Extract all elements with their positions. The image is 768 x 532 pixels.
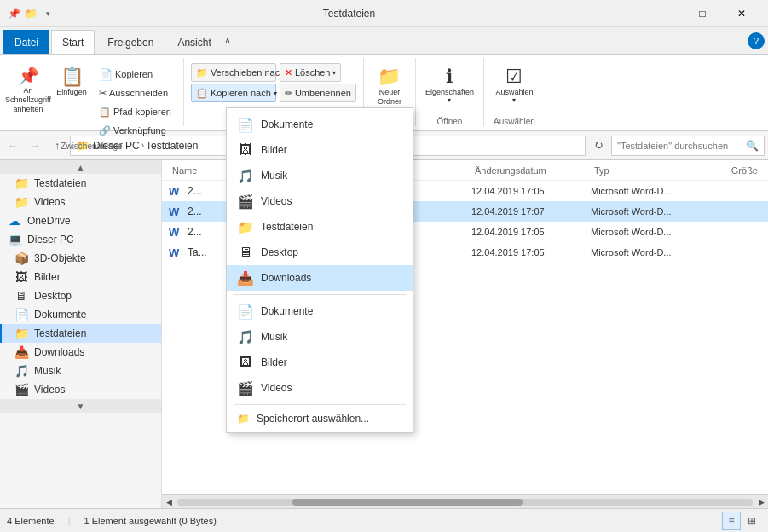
dropdown-bilder-icon: 🖼 bbox=[237, 142, 254, 159]
select-dropdown-arrow: ▾ bbox=[512, 96, 516, 104]
scroll-left-button[interactable]: ◀ bbox=[162, 495, 176, 509]
view-details-button[interactable]: ≡ bbox=[722, 512, 741, 530]
delete-button[interactable]: ✕ Löschen ▾ bbox=[280, 63, 342, 82]
new-buttons: 📁 NeuerOrdner bbox=[371, 58, 408, 115]
dropdown-downloads-icon: 📥 bbox=[237, 269, 254, 286]
rename-button[interactable]: ✏ Umbenennen bbox=[280, 84, 356, 102]
dropdown-item-musik2[interactable]: 🎵 Musik bbox=[227, 324, 413, 350]
status-bar: 4 Elemente | 1 Element ausgewählt (0 Byt… bbox=[0, 508, 768, 532]
new-folder-icon: 📁 bbox=[378, 66, 401, 88]
sidebar-item-desktop[interactable]: 🖥 Desktop bbox=[0, 286, 161, 305]
sidebar-item-bilder[interactable]: 🖼 Bilder bbox=[0, 268, 161, 286]
view-large-icons-button[interactable]: ⊞ bbox=[742, 512, 761, 530]
help-button[interactable]: ? bbox=[748, 32, 765, 49]
sidebar-scroll-up[interactable]: ▲ bbox=[0, 160, 161, 174]
status-separator: | bbox=[68, 516, 71, 526]
kopieren-nach-dropdown: 📄 Dokumente 🖼 Bilder 🎵 Musik 🎬 Videos 📁 … bbox=[226, 107, 413, 433]
scroll-track[interactable] bbox=[177, 499, 753, 506]
new-folder-button[interactable]: 📁 NeuerOrdner bbox=[371, 61, 408, 111]
sidebar-item-3d-objekte[interactable]: 📦 3D-Objekte bbox=[0, 249, 161, 268]
maximize-button[interactable]: □ bbox=[683, 0, 722, 27]
dropdown-musik-icon: 🎵 bbox=[237, 167, 254, 184]
path-icon: 📋 bbox=[99, 107, 111, 118]
search-icon[interactable]: 🔍 bbox=[746, 140, 759, 152]
folder-arrow-icon: ▾ bbox=[41, 7, 55, 20]
dropdown-item-bilder[interactable]: 🖼 Bilder bbox=[227, 137, 413, 163]
select-button[interactable]: ☑ Auswählen ▾ bbox=[491, 61, 538, 109]
folder-icon: 📁 bbox=[24, 7, 38, 20]
horizontal-scrollbar: ◀ ▶ bbox=[162, 494, 768, 508]
testdateien-icon: 📁 bbox=[14, 327, 29, 340]
ribbon-group-clipboard: 📌 An Schnellzugriffanheften 📋 Einfügen 📄… bbox=[0, 58, 184, 126]
paste-icon: 📋 bbox=[61, 66, 84, 88]
video-icon: 🎬 bbox=[14, 383, 29, 396]
window-title: Testdateien bbox=[55, 8, 644, 20]
rename-icon: ✏ bbox=[285, 88, 292, 99]
shortcut-icon: 🔗 bbox=[99, 125, 111, 136]
dropdown-item-bilder2[interactable]: 🖼 Bilder bbox=[227, 350, 413, 375]
sidebar-item-downloads[interactable]: 📥 Downloads bbox=[0, 343, 161, 361]
properties-button[interactable]: ℹ Eigenschaften ▾ bbox=[427, 61, 471, 109]
minimize-button[interactable]: — bbox=[644, 0, 683, 27]
copy-path-button[interactable]: 📋 Pfad kopieren bbox=[94, 102, 176, 121]
refresh-button[interactable]: ↻ bbox=[589, 136, 608, 155]
word-icon-3: W bbox=[169, 226, 184, 239]
dropdown-item-dokumente2[interactable]: 📄 Dokumente bbox=[227, 298, 413, 324]
dropdown-divider bbox=[234, 294, 406, 295]
sidebar-item-videos[interactable]: 📁 Videos bbox=[0, 193, 161, 211]
sidebar-item-dokumente[interactable]: 📄 Dokumente bbox=[0, 305, 161, 324]
dropdown-item-downloads[interactable]: 📥 Downloads bbox=[227, 265, 413, 291]
ribbon-group-open: ℹ Eigenschaften ▾ Öffnen bbox=[416, 58, 484, 126]
sidebar-item-videos2[interactable]: 🎬 Videos bbox=[0, 380, 161, 399]
sidebar-scroll-down[interactable]: ▼ bbox=[0, 399, 161, 413]
shortcut-button[interactable]: 🔗 Verknüpfung bbox=[94, 121, 176, 140]
select-label: Auswählen bbox=[491, 115, 538, 126]
sidebar-item-testdateien[interactable]: 📁 Testdateien bbox=[0, 174, 161, 193]
move-to-button[interactable]: 📁 Verschieben nach ▾ bbox=[191, 63, 276, 82]
pin-to-quickaccess-button[interactable]: 📌 An Schnellzugriffanheften bbox=[7, 61, 49, 108]
open-label: Öffnen bbox=[423, 115, 476, 126]
dropdown-testdateien-icon: 📁 bbox=[237, 218, 254, 235]
copy-dropdown-arrow: ▾ bbox=[274, 90, 277, 97]
dropdown-item-videos2[interactable]: 🎬 Videos bbox=[227, 375, 413, 401]
paste-button[interactable]: 📋 Einfügen bbox=[53, 61, 90, 108]
ribbon-collapse-chevron[interactable]: ∧ bbox=[224, 35, 231, 46]
dropdown-item-desktop[interactable]: 🖥 Desktop bbox=[227, 240, 413, 265]
onedrive-icon: ☁ bbox=[7, 214, 22, 228]
open-buttons: ℹ Eigenschaften ▾ bbox=[427, 58, 471, 115]
sidebar-item-musik[interactable]: 🎵 Musik bbox=[0, 361, 161, 380]
dropdown-item-videos[interactable]: 🎬 Videos bbox=[227, 188, 413, 214]
pc-icon: 💻 bbox=[7, 233, 22, 246]
clipboard-label: Zwischenablage bbox=[7, 140, 176, 151]
sidebar-item-onedrive[interactable]: ☁ OneDrive bbox=[0, 211, 161, 230]
dropdown-item-testdateien[interactable]: 📁 Testdateien bbox=[227, 214, 413, 240]
select-icon: ☑ bbox=[505, 66, 523, 88]
sidebar-item-dieser-pc[interactable]: 💻 Dieser PC bbox=[0, 230, 161, 249]
sidebar-item-testdateien-active[interactable]: 📁 Testdateien bbox=[0, 324, 161, 343]
move-icon: 📁 bbox=[196, 67, 208, 78]
tab-datei[interactable]: Datei bbox=[3, 30, 49, 54]
scroll-right-button[interactable]: ▶ bbox=[754, 495, 768, 509]
tab-ansicht[interactable]: Ansicht bbox=[166, 30, 222, 54]
dropdown-item-speicherort[interactable]: 📁 Speicherort auswählen... bbox=[227, 408, 413, 429]
dropdown-item-musik[interactable]: 🎵 Musik bbox=[227, 163, 413, 188]
item-count: 4 Elemente bbox=[7, 516, 55, 526]
tab-start[interactable]: Start bbox=[51, 30, 95, 54]
tab-freigeben[interactable]: Freigeben bbox=[96, 30, 165, 54]
dropdown-item-dokumente[interactable]: 📄 Dokumente bbox=[227, 112, 413, 137]
col-header-date[interactable]: Änderungsdatum bbox=[471, 164, 591, 177]
pin-icon: 📌 bbox=[18, 66, 39, 86]
dropdown-musik2-icon: 🎵 bbox=[237, 328, 254, 345]
copy-button[interactable]: 📄 Kopieren bbox=[94, 65, 176, 84]
copy-to-icon: 📋 bbox=[196, 88, 208, 99]
col-header-type[interactable]: Typ bbox=[591, 164, 702, 177]
close-button[interactable]: ✕ bbox=[722, 0, 761, 27]
view-toggle-group: ≡ ⊞ bbox=[722, 512, 761, 530]
copy-to-button[interactable]: 📋 Kopieren nach ▾ bbox=[191, 84, 276, 102]
col-header-size[interactable]: Größe bbox=[702, 164, 761, 177]
images-icon: 🖼 bbox=[14, 270, 29, 284]
cut-button[interactable]: ✂ Ausschneiden bbox=[94, 84, 176, 102]
window-controls: — □ ✕ bbox=[644, 0, 761, 27]
search-input[interactable] bbox=[617, 141, 742, 151]
dropdown-videos-icon: 🎬 bbox=[237, 193, 254, 210]
